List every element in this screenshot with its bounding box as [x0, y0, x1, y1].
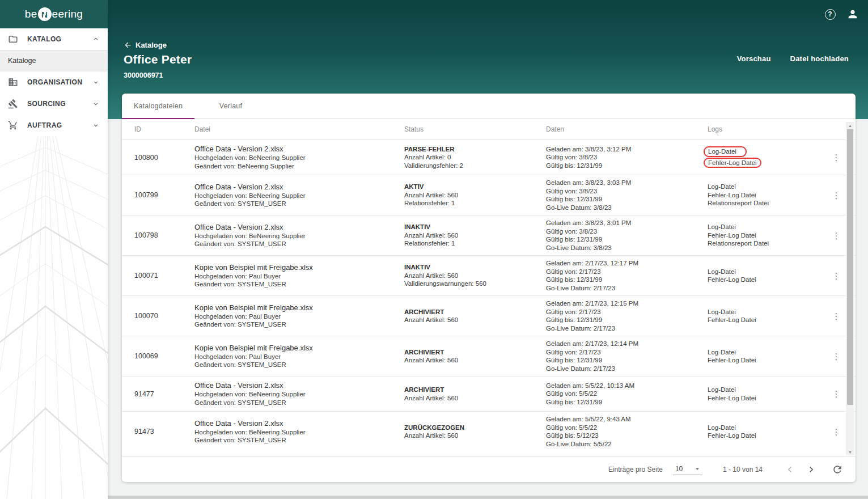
row-actions: ⋮ [827, 390, 846, 398]
table-row[interactable]: 100071Kopie von Beispiel mit Freigabe.xl… [122, 255, 856, 295]
date-line: Gültig bis: 12/31/99 [546, 235, 708, 244]
date-line: Gültig bis: 5/12/23 [546, 432, 708, 440]
date-line: Gültig von: 5/5/22 [546, 390, 708, 398]
kebab-menu-icon[interactable]: ⋮ [832, 231, 841, 240]
date-line: Gültig bis: 12/31/99 [546, 162, 708, 170]
row-status: ARCHIVIERTAnzahl Artikel: 560 [404, 308, 546, 324]
table-row[interactable]: 100070Kopie von Beispiel mit Freigabe.xl… [122, 295, 856, 336]
help-icon[interactable]: ? [824, 8, 836, 20]
kebab-menu-icon[interactable]: ⋮ [832, 428, 841, 436]
log-file-link[interactable]: Log-Datei [708, 268, 736, 276]
table-body: 100800Office Data - Version 2.xlsxHochge… [122, 139, 856, 456]
kebab-menu-icon[interactable]: ⋮ [832, 352, 841, 361]
log-file-link-annotated[interactable]: Fehler-Log Datei [704, 158, 761, 168]
scroll-down-icon[interactable]: ▼ [848, 449, 852, 455]
date-line: Gültig von: 2/17/23 [546, 268, 708, 276]
row-actions: ⋮ [827, 272, 846, 280]
table-scrollbar[interactable]: ▲ ▼ [846, 122, 854, 455]
row-logs: Log-DateiFehler-Log Datei [708, 424, 827, 440]
log-file-link[interactable]: Log-Datei [708, 223, 736, 231]
date-line: Geladen am: 3/8/23, 3:01 PM [546, 219, 708, 227]
page-title: Office Peter [124, 53, 192, 66]
file-name: Office Data - Version 2.xlsx [194, 183, 404, 191]
table-row[interactable]: 100069Kopie von Beispiel mit Freigabe.xl… [122, 336, 856, 376]
table-row[interactable]: 100799Office Data - Version 2.xlsxHochge… [122, 175, 856, 215]
log-file-link[interactable]: Relationsreport Datei [708, 239, 769, 248]
changed-by: Geändert von: SYSTEM_USER [194, 361, 404, 369]
log-file-link[interactable]: Fehler-Log Datei [708, 394, 756, 403]
log-file-link[interactable]: Log-Datei [708, 183, 736, 191]
kebab-menu-icon[interactable]: ⋮ [832, 191, 841, 200]
log-file-link[interactable]: Fehler-Log Datei [708, 432, 756, 440]
vorschau-button[interactable]: Vorschau [737, 54, 771, 63]
log-file-link-annotated[interactable]: Log-Datei [704, 146, 747, 157]
sidebar-item-sourcing[interactable]: SOURCING [0, 93, 108, 115]
row-file: Office Data - Version 2.xlsxHochgeladen … [194, 183, 404, 208]
status-detail: Relationsfehler: 1 [404, 199, 546, 208]
kebab-menu-icon[interactable]: ⋮ [832, 390, 841, 398]
changed-by: Geändert von: SYSTEM_USER [194, 240, 404, 248]
table-row[interactable]: 100800Office Data - Version 2.xlsxHochge… [122, 139, 856, 175]
table-row[interactable]: 100798Office Data - Version 2.xlsxHochge… [122, 215, 856, 255]
row-actions: ⋮ [827, 153, 846, 162]
user-profile-icon[interactable] [846, 8, 859, 20]
tab-verlauf[interactable]: Verlauf [194, 94, 267, 119]
refresh-button[interactable] [831, 463, 844, 476]
date-line: Geladen am: 2/17/23, 12:14 PM [546, 340, 708, 348]
status-detail: Anzahl Artikel: 560 [404, 272, 546, 280]
sidebar-item-auftrag[interactable]: AUFTRAG [0, 115, 108, 136]
file-name: Office Data - Version 2.xlsx [194, 381, 404, 390]
log-file-link[interactable]: Log-Datei [708, 424, 736, 432]
row-file: Kopie von Beispiel mit Freigabe.xlsxHoch… [194, 344, 404, 369]
cart-icon [8, 120, 18, 130]
previous-page-button[interactable] [783, 463, 797, 476]
column-header-status: Status [404, 125, 546, 133]
next-page-button[interactable] [805, 463, 818, 476]
sidebar-item-organisation[interactable]: ORGANISATION [0, 71, 108, 93]
back-link[interactable]: Kataloge [124, 41, 192, 49]
table-row[interactable]: 91473Office Data - Version 2.xlsxHochgel… [122, 411, 856, 451]
per-page-select[interactable]: 10 [673, 464, 702, 475]
row-status: ARCHIVIERTAnzahl Artikel: 560 [404, 348, 546, 365]
kebab-menu-icon[interactable]: ⋮ [832, 272, 841, 280]
row-file: Office Data - Version 2.xlsxHochgeladen … [194, 145, 404, 170]
datei-hochladen-button[interactable]: Datei hochladen [790, 54, 849, 63]
log-file-link[interactable]: Fehler-Log Datei [708, 191, 756, 200]
status-detail: Anzahl Artikel: 560 [404, 316, 546, 324]
sidebar-item-kataloge[interactable]: Kataloge [0, 50, 108, 71]
scrollbar-thumb[interactable] [847, 129, 853, 405]
status-detail: Anzahl Artikel: 560 [404, 356, 546, 365]
date-line: Geladen am: 2/17/23, 12:17 PM [546, 259, 708, 268]
kebab-menu-icon[interactable]: ⋮ [832, 153, 841, 162]
date-line: Go-Live Datum: 3/8/23 [546, 244, 708, 252]
uploaded-by: Hochgeladen von: BeNeering Supplier [194, 232, 404, 240]
log-file-link[interactable]: Fehler-Log Datei [708, 356, 756, 365]
log-file-link[interactable]: Relationsreport Datei [708, 199, 769, 208]
sidebar-item-katalog[interactable]: KATALOG [0, 28, 108, 50]
log-file-link[interactable]: Fehler-Log Datei [708, 231, 756, 240]
tab-katalogdateien[interactable]: Katalogdateien [122, 94, 194, 119]
date-line: Go-Live Datum: 2/17/23 [546, 324, 708, 333]
changed-by: Geändert von: SYSTEM_USER [194, 200, 404, 208]
log-file-link[interactable]: Log-Datei [708, 386, 736, 394]
table-footer: Einträge pro Seite 10 1 - 10 von 14 [122, 456, 856, 482]
organisation-icon [8, 77, 18, 87]
row-file: Office Data - Version 2.xlsxHochgeladen … [194, 381, 404, 407]
row-id: 100069 [134, 352, 194, 360]
row-actions: ⋮ [827, 231, 846, 240]
log-file-link[interactable]: Log-Datei [708, 348, 736, 357]
log-file-link[interactable]: Fehler-Log Datei [708, 276, 756, 284]
column-header-datei: Datei [194, 125, 404, 133]
table-row[interactable]: 91477Office Data - Version 2.xlsxHochgel… [122, 376, 856, 411]
scroll-up-icon[interactable]: ▲ [848, 122, 852, 129]
file-name: Office Data - Version 2.xlsx [194, 145, 404, 153]
column-header-daten: Daten [546, 125, 708, 133]
kebab-menu-icon[interactable]: ⋮ [832, 312, 841, 320]
log-file-link[interactable]: Log-Datei [708, 308, 736, 316]
back-label[interactable]: Kataloge [136, 41, 167, 49]
row-daten: Geladen am: 2/17/23, 12:17 PMGültig von:… [546, 259, 708, 292]
log-file-link[interactable]: Fehler-Log Datei [708, 316, 756, 324]
row-logs: Log-DateiFehler-Log DateiRelationsreport… [708, 183, 827, 208]
row-logs: Log-DateiFehler-Log Datei [708, 308, 827, 324]
uploaded-by: Hochgeladen von: BeNeering Supplier [194, 192, 404, 200]
